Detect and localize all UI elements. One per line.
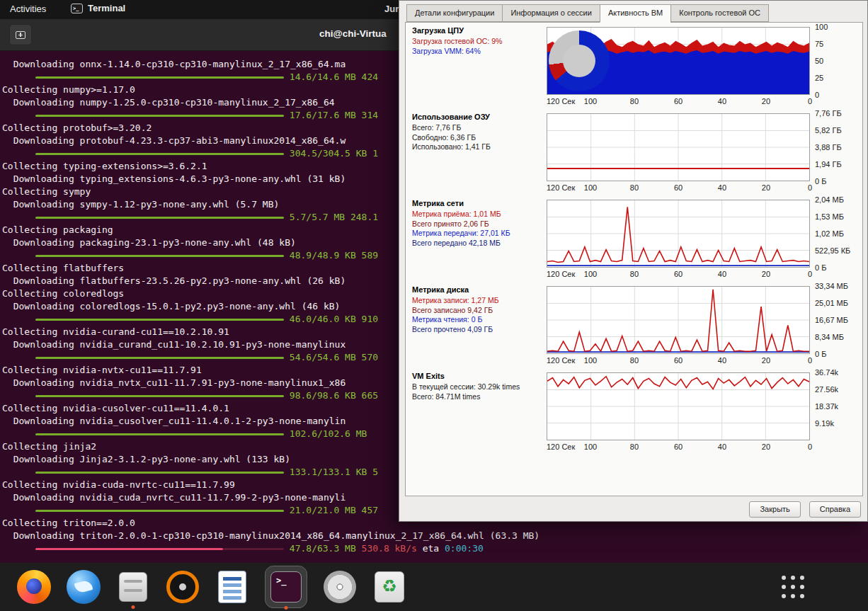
y-tick: 8,34 МБ: [815, 333, 844, 341]
files-icon: [119, 572, 147, 602]
activities-button[interactable]: Activities: [10, 4, 46, 14]
media-player-icon: [166, 571, 199, 603]
x-tick: 40: [718, 442, 726, 451]
tab-session-info[interactable]: Информация о сессии: [502, 4, 600, 22]
app-grid-dot: [782, 585, 786, 589]
section-title: Метрика диска: [412, 285, 469, 294]
disks-dock-item[interactable]: [323, 570, 357, 604]
terminal-text: Downloading onnx-1.14.0-cp310-cp310-many…: [2, 59, 346, 69]
chart-network-rate: [547, 200, 810, 268]
dialog-panel: Загрузка ЦПУЗагрузка гостевой ОС: 9%Загр…: [405, 22, 863, 496]
y-axis-labels: 36.74k27.56k18.37k9.19k: [815, 372, 862, 440]
media-player-dock-item[interactable]: [166, 570, 200, 604]
y-axis-labels: 7,76 ГБ5,82 ГБ3,88 ГБ1,94 ГБ0 Б: [815, 113, 862, 181]
firefox-dock-item[interactable]: [17, 570, 51, 604]
new-tab-button[interactable]: [9, 24, 32, 45]
x-tick: 100: [584, 270, 597, 278]
y-tick: 5,82 ГБ: [815, 126, 842, 135]
y-axis-labels: 1007550250: [815, 27, 862, 95]
terminal-app-icon: >_: [71, 4, 83, 13]
section-legend: Всего: 7,76 ГБСвободно: 6,36 ГБИспользов…: [412, 123, 544, 152]
help-button[interactable]: Справка: [809, 501, 861, 518]
app-grid-dot: [791, 576, 795, 580]
x-tick: 120 Сек: [547, 442, 575, 451]
files-dock-item[interactable]: [116, 570, 150, 604]
x-tick: 20: [762, 356, 770, 365]
section-title: VM Exits: [412, 372, 445, 380]
terminal-text: 0:00:30: [445, 543, 484, 554]
terminal-text: 54.6/54.6 MB 570: [284, 352, 378, 362]
tab-config-details[interactable]: Детали конфигурации: [406, 4, 502, 22]
terminal-text: Collecting sympy: [2, 186, 91, 197]
section-legend: Метрика записи: 1,27 МБВсего записано 9,…: [412, 296, 544, 334]
y-tick: 0 Б: [815, 263, 826, 272]
x-tick: 0: [808, 270, 812, 278]
section-cpu-load: Загрузка ЦПУЗагрузка гостевой ОС: 9%Загр…: [406, 25, 862, 112]
x-tick: 80: [630, 442, 639, 451]
app-grid-dot: [782, 594, 786, 598]
x-tick: 120 Сек: [547, 356, 575, 365]
terminal-text: Collecting nvidia-curand-cu11==10.2.10.9…: [2, 326, 229, 337]
y-tick: 25,01 МБ: [815, 299, 848, 307]
progress-bar-complete: [35, 255, 284, 257]
x-tick: 0: [808, 442, 812, 451]
x-tick: 20: [762, 270, 770, 278]
y-tick: 33,34 МБ: [815, 282, 848, 290]
y-tick: 75: [815, 40, 823, 48]
focused-app-menu[interactable]: >_ Terminal: [71, 3, 125, 13]
progress-bar-complete: [35, 433, 284, 435]
terminal-text: Collecting flatbuffers: [2, 263, 124, 273]
terminal-dock-item[interactable]: >_: [265, 566, 307, 608]
x-tick: 40: [718, 97, 726, 105]
dock: >_♻: [0, 563, 868, 611]
legend-item: Метрика приёма: 1,01 МБ: [412, 210, 544, 219]
thunderbird-dock-item[interactable]: [67, 570, 101, 604]
legend-item: Загрузка VMM: 64%: [412, 47, 544, 57]
dialog-buttons: ЗакрытьСправка: [749, 501, 861, 518]
dialog-tabs: Детали конфигурацииИнформация о сессииАк…: [406, 4, 769, 22]
x-tick: 20: [762, 442, 770, 451]
y-tick: 522,95 КБ: [815, 246, 850, 255]
terminal-text: Downloading nvidia_cusolver_cu11-11.4.0.…: [2, 416, 346, 426]
chart-ram-usage: [547, 113, 810, 181]
app-grid-dot: [791, 585, 795, 589]
terminal-text: Downloading coloredlogs-15.0.1-py2.py3-n…: [2, 301, 340, 312]
libreoffice-writer-dock-item[interactable]: [215, 570, 249, 604]
x-tick: 0: [808, 183, 812, 192]
x-tick: 0: [808, 356, 812, 365]
app-grid-dot: [800, 576, 804, 580]
terminal-text: 47.8/63.3 MB: [284, 543, 362, 554]
x-tick: 100: [584, 97, 597, 105]
legend-item: Всего прочтено 4,09 ГБ: [412, 325, 544, 335]
terminal-text: Downloading protobuf-4.23.3-cp37-abi3-ma…: [2, 135, 346, 146]
x-tick: 60: [674, 183, 683, 192]
x-tick: 80: [630, 356, 639, 365]
new-tab-icon-plus-v: [20, 33, 21, 37]
section-legend: Метрика приёма: 1,01 МБВсего принято 2,0…: [412, 210, 544, 248]
terminal-text: Collecting typing-extensions>=3.6.2.1: [2, 161, 207, 171]
section-title: Использование ОЗУ: [412, 113, 490, 121]
app-grid-button[interactable]: [782, 576, 804, 598]
tab-guest-control[interactable]: Контроль гостевой ОС: [670, 4, 769, 22]
y-axis-labels: 33,34 МБ25,01 МБ16,67 МБ8,34 МБ0 Б: [815, 286, 862, 354]
terminal-text: Collecting nvidia-cusolver-cu11==11.4.0.…: [2, 403, 229, 413]
terminal-text: Collecting protobuf>=3.20.2: [2, 122, 152, 133]
y-tick: 100: [815, 23, 828, 31]
tab-vm-activity[interactable]: Активность ВМ: [600, 4, 670, 23]
dock-items: >_♻: [17, 563, 406, 611]
terminal-text: 14.6/14.6 MB 424: [284, 72, 378, 82]
terminal-icon: >_: [270, 571, 302, 603]
y-tick: 27.56k: [815, 385, 838, 394]
trash-dock-item[interactable]: ♻: [372, 570, 406, 604]
legend-item: Использовано: 1,41 ГБ: [412, 142, 544, 152]
x-tick: 60: [674, 442, 683, 451]
y-axis-labels: 2,04 МБ1,53 МБ1,02 МБ522,95 КБ0 Б: [815, 200, 862, 268]
x-tick: 20: [762, 183, 770, 192]
app-grid-dot: [800, 594, 804, 598]
terminal-text: 133.1/133.1 KB 5: [284, 467, 378, 477]
close-button[interactable]: Закрыть: [749, 501, 800, 518]
y-tick: 16,67 МБ: [815, 316, 848, 324]
y-tick: 1,53 МБ: [815, 212, 844, 221]
x-tick: 80: [630, 183, 639, 192]
legend-item: Всего записано 9,42 ГБ: [412, 306, 544, 316]
